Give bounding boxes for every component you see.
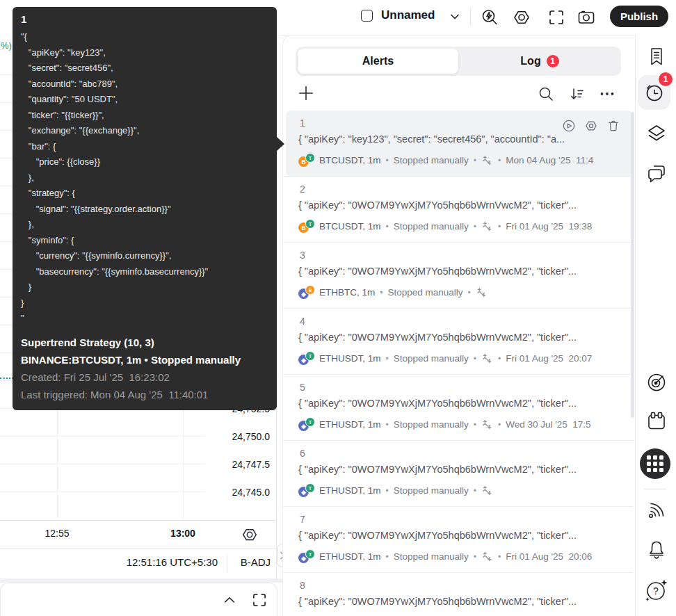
add-alert-button[interactable] [297, 84, 315, 102]
tab-log[interactable]: Log 1 [458, 47, 621, 76]
time-axis-label: 12:55 [38, 528, 76, 539]
strategy-squiggle-icon [481, 155, 493, 165]
chat-icon[interactable] [646, 163, 667, 185]
chart-settings-gear-icon[interactable] [241, 526, 259, 544]
alert-meta: ◆ T ETHUSDT, 1m Stopped manually Wed 30 … [298, 416, 624, 432]
meta-separator [474, 353, 476, 364]
alert-list-item[interactable]: 7 { "apiKey": "0WO7M9YwXjM7Yo5hqb6bWrnVw… [286, 507, 633, 573]
tooltip-message-json: "{ "apiKey": "key123", "secret": "secret… [21, 29, 268, 327]
usdt-coin-icon: T [305, 549, 315, 559]
meta-separator [474, 221, 476, 232]
alert-tooltip: 1 "{ "apiKey": "key123", "secret": "secr… [13, 7, 277, 410]
app-root: %) 24,752.5 24,750.0 24,747.5 24,745.0 1… [0, 0, 676, 616]
time-axis[interactable]: 12:55 13:00 [0, 520, 276, 549]
sidebar-item-alerts-active[interactable]: 1 [638, 75, 670, 110]
meta-separator [474, 551, 476, 562]
broadcast-signal-icon[interactable] [645, 499, 668, 521]
sort-icon[interactable] [568, 86, 585, 102]
screener-radar-icon[interactable] [646, 372, 667, 393]
apps-grid-icon[interactable] [640, 448, 670, 479]
alert-list-item[interactable]: 1 { "apiKey": "key123", "secret": "secre… [286, 111, 633, 177]
layout-name[interactable]: Unnamed [381, 8, 435, 22]
quick-search-icon[interactable] [480, 8, 499, 27]
sidebar-divider [644, 489, 666, 489]
alert-meta: ◆ T ETHUSDT, 1m Stopped manually Fri 01 … [298, 350, 624, 366]
meta-separator [386, 551, 389, 562]
alert-list-item[interactable]: 5 { "apiKey": "0WO7M9YwXjM7Yo5hqb6bWrnVw… [286, 375, 633, 441]
price-axis-label: 24,745.0 [206, 487, 270, 498]
alerts-panel: Alerts Log 1 1 [282, 35, 636, 616]
alerts-log-tabs: Alerts Log 1 [296, 47, 621, 76]
alert-index: 5 [300, 382, 305, 393]
list-scrollbar[interactable] [631, 112, 634, 418]
tooltip-strategy-title: Supertrend Strategy (10, 3) [21, 334, 268, 351]
help-icon[interactable]: ? [644, 577, 669, 605]
price-axis-label: 24,750.0 [206, 431, 270, 442]
alert-meta: B T BTCUSDT, 1m Stopped manually Mon 04 … [298, 152, 624, 168]
alert-symbol: ETHUSDT, 1m [319, 485, 381, 496]
maximize-icon[interactable] [250, 591, 268, 609]
alert-list-item[interactable]: 3 { "apiKey": "0WO7M9YwXjM7Yo5hqb6bWrnVw… [286, 243, 633, 309]
calendar-icon[interactable] [646, 410, 667, 432]
alert-settings-gear-icon[interactable] [584, 119, 598, 133]
meta-separator [386, 155, 389, 165]
publish-button[interactable]: Publish [610, 6, 668, 27]
clock-timezone[interactable]: 12:51:16 UTC+5:30 [127, 556, 218, 568]
alert-index: 1 [300, 117, 305, 129]
strategy-squiggle-icon [481, 221, 493, 232]
alert-message-preview: { "apiKey": "key123", "secret": "secret4… [298, 133, 624, 145]
status-divider [227, 556, 227, 572]
svg-text:?: ? [653, 585, 659, 597]
meta-separator [498, 221, 501, 232]
resume-play-icon[interactable] [562, 119, 576, 133]
notifications-bell-icon[interactable] [647, 539, 666, 560]
strategy-squiggle-icon [481, 485, 493, 496]
meta-separator [498, 353, 501, 364]
alert-list-item[interactable]: 6 { "apiKey": "0WO7M9YwXjM7Yo5hqb6bWrnVw… [286, 441, 633, 507]
tooltip-created: Created: Fri 25 Jul '25 16:23:02 [21, 368, 268, 386]
meta-separator [474, 155, 476, 165]
object-tree-layers-icon[interactable] [646, 124, 667, 143]
chart-status-bar: 12:51:16 UTC+5:30 B-ADJ [0, 548, 276, 579]
alert-index: 7 [300, 514, 305, 525]
btc-coin-icon: B [305, 285, 315, 295]
alert-list-item[interactable]: 4 { "apiKey": "0WO7M9YwXjM7Yo5hqb6bWrnVw… [286, 309, 633, 375]
alert-timestamp: Fri 01 Aug '25 19:38 [506, 221, 592, 232]
delete-trash-icon[interactable] [606, 119, 620, 133]
alert-index: 2 [300, 184, 305, 195]
alert-index: 3 [300, 250, 305, 261]
watchlist-icon[interactable] [647, 46, 666, 67]
meta-separator [498, 155, 501, 165]
alert-meta: B T BTCUSDT, 1m Stopped manually Fri 01 … [298, 218, 624, 234]
alert-symbol: BTCUSDT, 1m [319, 221, 381, 232]
tooltip-arrow [277, 137, 284, 151]
meta-separator [474, 485, 476, 496]
layout-save-icon[interactable] [361, 10, 373, 22]
bottom-pane [0, 583, 277, 616]
strategy-squiggle-icon [476, 287, 488, 298]
meta-separator [386, 353, 389, 364]
settings-gear-icon[interactable] [512, 8, 531, 27]
more-options-icon[interactable] [599, 86, 615, 102]
chevron-down-icon[interactable] [449, 13, 460, 21]
tab-log-label: Log [520, 55, 540, 67]
tab-alerts[interactable]: Alerts [298, 49, 458, 74]
price-axis-label: 24,747.5 [206, 459, 270, 470]
symbol-pair-icon: B T [298, 219, 314, 233]
meta-separator [468, 287, 471, 298]
adjust-mode-button[interactable]: B-ADJ [241, 556, 271, 568]
header-divider [470, 7, 471, 26]
alert-status: Stopped manually [394, 353, 469, 364]
chevron-up-icon[interactable] [222, 593, 237, 608]
alert-list-item[interactable]: 8 { "apiKey": "0WO7M9YwXjM7Yo5hqb6bWrnVw… [286, 573, 633, 616]
alert-message-preview: { "apiKey": "0WO7M9YwXjM7Yo5hqb6bWrnVwcM… [298, 398, 624, 409]
log-count-badge: 1 [547, 55, 559, 67]
alert-index: 8 [300, 580, 305, 591]
camera-snapshot-icon[interactable] [577, 8, 596, 27]
alert-list-item[interactable]: 2 { "apiKey": "0WO7M9YwXjM7Yo5hqb6bWrnVw… [286, 177, 633, 243]
alert-symbol: ETHUSDT, 1m [319, 551, 381, 562]
search-icon[interactable] [538, 86, 554, 102]
fullscreen-icon[interactable] [547, 8, 566, 27]
indicator-legend-fragment: %) [1, 40, 12, 51]
meta-separator [380, 287, 383, 298]
